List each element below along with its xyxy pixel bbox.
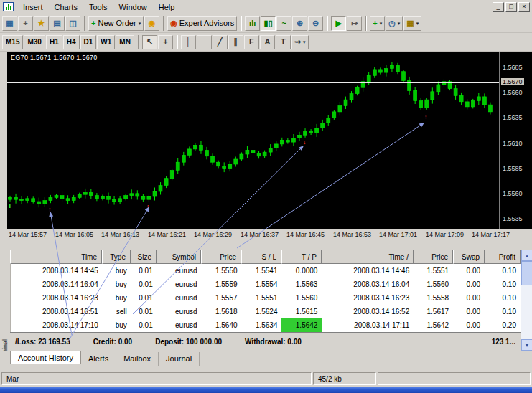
timeframe-m30-button[interactable]: M30 bbox=[24, 35, 45, 49]
candle bbox=[309, 131, 313, 133]
trendline-icon: ╱ bbox=[218, 38, 223, 46]
column-header-profit[interactable]: Profit bbox=[485, 250, 521, 264]
column-header-size[interactable]: Size bbox=[131, 250, 157, 264]
bar-chart-button[interactable]: ılı bbox=[245, 16, 260, 31]
text-button[interactable]: A bbox=[260, 35, 275, 49]
close-button[interactable]: × bbox=[518, 2, 530, 12]
history-row[interactable]: 2008.03.14 14:45buy0.01eurusd1.55501.554… bbox=[11, 264, 521, 278]
status-connection: 45/2 kb bbox=[313, 372, 376, 385]
zoom-out-button[interactable]: ⊖ bbox=[308, 16, 323, 31]
timeframe-m15-button[interactable]: M15 bbox=[2, 35, 23, 49]
panel-splitter[interactable] bbox=[0, 240, 532, 250]
new-order-button[interactable]: +New Order▾ bbox=[88, 16, 144, 31]
price-axis-label: 1.5560 bbox=[503, 190, 523, 197]
candle bbox=[37, 202, 41, 204]
new-order-label: New Order bbox=[98, 19, 136, 27]
periods-button[interactable]: ◷▾ bbox=[386, 16, 403, 31]
menu-help[interactable]: Help bbox=[153, 1, 181, 13]
candle bbox=[291, 138, 295, 143]
indicators-button[interactable]: +▾ bbox=[370, 16, 385, 31]
menu-tools[interactable]: Tools bbox=[83, 1, 113, 13]
horizontal-line-button[interactable]: ─ bbox=[197, 35, 212, 49]
line-chart-button[interactable]: ~ bbox=[276, 16, 291, 31]
history-row[interactable]: 2008.03.14 16:23buy0.01eurusd1.55571.555… bbox=[11, 291, 521, 305]
menu-insert[interactable]: Insert bbox=[17, 1, 49, 13]
metaeditor-button[interactable]: ◉ bbox=[144, 16, 159, 31]
price-axis-label: 1.5585 bbox=[503, 165, 523, 172]
timeframe-w1-button[interactable]: W1 bbox=[97, 35, 115, 49]
cursor-button[interactable]: ↖ bbox=[142, 35, 157, 49]
candle bbox=[471, 101, 475, 107]
indicators-icon: + bbox=[373, 19, 377, 27]
history-cell: 1.5550 bbox=[202, 264, 242, 278]
history-cell: 1.5642 bbox=[414, 318, 453, 332]
chart-plot[interactable]: EG70 1.5671 1.5670 1.5670 T↑↑↓↑ bbox=[7, 52, 499, 229]
time-axis-label: 14 Mar 17:01 bbox=[379, 231, 417, 238]
auto-scroll-icon: ▶ bbox=[335, 19, 341, 27]
arrows-button[interactable]: ⇝▾ bbox=[291, 35, 309, 49]
timeframe-mn-button[interactable]: MN bbox=[116, 35, 134, 49]
terminal-scrollbar[interactable]: ▲ ▼ bbox=[521, 250, 532, 351]
menu-window[interactable]: Window bbox=[113, 1, 153, 13]
channel-button[interactable]: ∥ bbox=[228, 35, 243, 49]
history-cell: 1.5634 bbox=[242, 318, 282, 332]
price-axis-label: 1.5660 bbox=[503, 89, 523, 96]
tab-journal[interactable]: Journal bbox=[159, 352, 200, 366]
window-controls: _□× bbox=[493, 2, 532, 12]
column-header-time[interactable]: Time bbox=[10, 250, 102, 264]
menu-charts[interactable]: Charts bbox=[49, 1, 83, 13]
minimize-button[interactable]: _ bbox=[493, 2, 504, 12]
scroll-up-icon[interactable]: ▲ bbox=[521, 250, 532, 261]
history-row[interactable]: 2008.03.14 17:10buy0.01eurusd1.56401.563… bbox=[11, 318, 521, 332]
restore-button[interactable]: □ bbox=[505, 2, 517, 12]
candle bbox=[223, 166, 226, 169]
chart-window-button[interactable]: + bbox=[18, 16, 33, 31]
buy-arrow-icon: ↑ bbox=[424, 114, 428, 120]
profiles-button[interactable]: ★ bbox=[34, 16, 49, 31]
crosshair-button[interactable]: + bbox=[158, 35, 173, 49]
trendline-button[interactable]: ╱ bbox=[213, 35, 228, 49]
column-header-type[interactable]: Type bbox=[102, 250, 131, 264]
timeframe-d1-button[interactable]: D1 bbox=[80, 35, 97, 49]
candlestick-chart-button[interactable]: ▮▯ bbox=[261, 16, 276, 31]
candle bbox=[396, 65, 400, 71]
market-watch-button[interactable]: ▤ bbox=[50, 16, 65, 31]
column-header-t-p[interactable]: T / P bbox=[281, 250, 322, 264]
tab-mailbox[interactable]: Mailbox bbox=[116, 352, 159, 366]
column-header-price[interactable]: Price bbox=[201, 250, 241, 264]
scroll-down-icon[interactable]: ▼ bbox=[521, 339, 532, 351]
expert-advisors-icon: ◉ bbox=[170, 19, 177, 27]
timeframe-h4-button[interactable]: H4 bbox=[63, 35, 80, 49]
new-chart-button[interactable]: ▦ bbox=[2, 16, 17, 31]
candle bbox=[384, 69, 388, 73]
auto-scroll-button[interactable]: ▶ bbox=[331, 16, 346, 31]
periods-icon: ◷ bbox=[388, 19, 396, 27]
text-label-icon: T bbox=[281, 38, 286, 46]
scrollbar-thumb[interactable] bbox=[521, 261, 532, 285]
column-header-s-l[interactable]: S / L bbox=[241, 250, 281, 264]
expert-advisors-button[interactable]: ◉Expert Advisors bbox=[167, 16, 237, 31]
vertical-line-button[interactable]: │ bbox=[181, 35, 196, 49]
history-row[interactable]: 2008.03.14 16:51sell0.01eurusd1.56181.56… bbox=[11, 305, 521, 318]
timeframe-h1-button[interactable]: H1 bbox=[46, 35, 62, 49]
zoom-in-button[interactable]: ⊕ bbox=[292, 16, 307, 31]
text-label-button[interactable]: T bbox=[276, 35, 291, 49]
history-row[interactable]: 2008.03.14 16:04buy0.01eurusd1.55591.555… bbox=[11, 278, 521, 291]
data-window-button[interactable]: ◫ bbox=[65, 16, 80, 31]
candle bbox=[304, 131, 307, 136]
chart-shift-button[interactable]: ↦ bbox=[347, 16, 362, 31]
time-axis[interactable]: 14 Mar 15:5714 Mar 16:0514 Mar 16:1314 M… bbox=[0, 229, 532, 240]
templates-button[interactable]: ▦▾ bbox=[403, 16, 421, 31]
column-header-price[interactable]: Price bbox=[414, 250, 453, 264]
column-header-symbol[interactable]: Symbol bbox=[157, 250, 201, 264]
price-axis[interactable]: 1.56851.56601.56351.56101.55851.55601.55… bbox=[499, 52, 532, 229]
vertical-line-icon: │ bbox=[186, 38, 191, 46]
tab-alerts[interactable]: Alerts bbox=[81, 352, 116, 366]
candle bbox=[217, 162, 220, 166]
column-header-time[interactable]: Time / bbox=[322, 250, 414, 264]
column-header-swap[interactable]: Swap bbox=[453, 250, 485, 264]
candle bbox=[332, 112, 336, 118]
fibonacci-button[interactable]: F bbox=[244, 35, 259, 49]
tab-account-history[interactable]: Account History bbox=[10, 351, 81, 364]
candle bbox=[20, 199, 24, 200]
